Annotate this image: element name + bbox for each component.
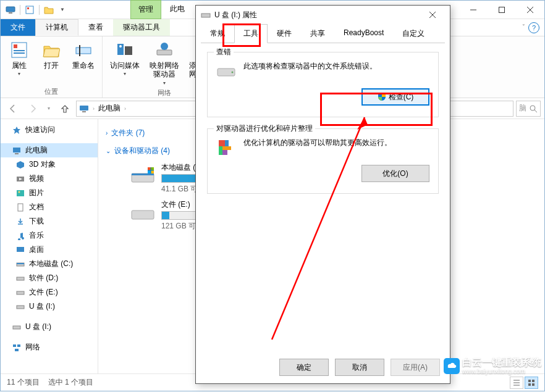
nav-usb-i-1[interactable]: U 盘 (I:) <box>1 299 98 314</box>
nav-pictures[interactable]: 图片 <box>1 186 98 200</box>
navigation-pane: 快速访问 此电脑 3D 对象 视频 图片 文档 下载 音乐 桌面 本地磁盘 (C… <box>1 119 98 373</box>
nav-recent-button[interactable]: ▾ <box>44 101 54 117</box>
optimize-group: 对驱动器进行优化和碎片整理 优化计算机的驱动器可以帮助其更高效运行。 优化(O) <box>207 128 439 194</box>
ok-label: 确定 <box>297 362 311 373</box>
nav-forward-button[interactable] <box>24 101 41 117</box>
dialog-close-button[interactable] <box>420 6 445 23</box>
svg-point-26 <box>530 106 535 111</box>
nav-network[interactable]: 网络 <box>1 340 98 354</box>
svg-rect-59 <box>201 14 210 17</box>
qat-properties-icon[interactable] <box>23 4 36 16</box>
tab-general[interactable]: 常规 <box>201 24 234 43</box>
watermark-logo-icon <box>444 358 460 374</box>
status-items: 11 个项目 <box>7 377 40 388</box>
svg-rect-48 <box>151 167 154 170</box>
properties-icon <box>9 40 29 60</box>
svg-rect-58 <box>532 383 534 386</box>
cancel-button[interactable]: 取消 <box>335 359 384 376</box>
picture-icon <box>15 188 25 198</box>
cube-icon <box>15 160 25 170</box>
tab-view[interactable]: 查看 <box>78 19 113 36</box>
nav-3d-objects[interactable]: 3D 对象 <box>1 157 98 172</box>
svg-rect-64 <box>219 140 225 146</box>
ribbon-open[interactable]: 打开 <box>38 39 65 86</box>
ribbon-map-drive[interactable]: 映射网络 驱动器 ▾ <box>147 39 182 87</box>
ribbon-expand-icon[interactable]: ˇ <box>523 24 525 31</box>
nav-usb-i-2[interactable]: U 盘 (I:) <box>1 320 98 334</box>
nav-local-c[interactable]: 本地磁盘 (C:) <box>1 257 98 271</box>
ribbon-properties-label: 属性 <box>12 61 27 70</box>
thispc-icon <box>4 4 17 16</box>
network-icon <box>12 343 22 352</box>
optimize-button-label: 优化(O) <box>382 169 408 179</box>
nav-documents[interactable]: 文档 <box>1 200 98 214</box>
qat-newfolder-icon[interactable] <box>43 4 55 16</box>
maximize-button[interactable] <box>488 1 516 19</box>
svg-rect-45 <box>132 173 154 175</box>
minimize-button[interactable] <box>459 1 488 19</box>
ribbon-rename[interactable]: 重命名 <box>70 39 97 86</box>
nav-downloads[interactable]: 下载 <box>1 214 98 228</box>
view-large-button[interactable] <box>525 377 538 389</box>
nav-videos-label: 视频 <box>29 173 44 184</box>
watermark: 白云一键重装系统 www.baiyunxitong.com <box>444 357 541 375</box>
nav-quick-access[interactable]: 快速访问 <box>1 123 98 137</box>
qat-dropdown-icon[interactable]: ▼ <box>56 4 69 16</box>
group-devices-label: 设备和驱动器 (4) <box>114 146 170 156</box>
svg-point-63 <box>232 72 234 73</box>
svg-rect-24 <box>80 106 88 111</box>
optimize-button[interactable]: 优化(O) <box>361 165 429 182</box>
view-details-button[interactable] <box>510 377 523 389</box>
svg-rect-15 <box>125 46 132 55</box>
svg-rect-42 <box>17 344 20 347</box>
document-icon <box>15 202 25 212</box>
help-icon[interactable]: ? <box>528 22 539 33</box>
search-box[interactable]: 脑 <box>516 101 541 117</box>
nav-desktop[interactable]: 桌面 <box>1 243 98 257</box>
ribbon-open-label: 打开 <box>44 61 59 70</box>
nav-music[interactable]: 音乐 <box>1 228 98 243</box>
tab-readyboost[interactable]: ReadyBoost <box>334 24 393 43</box>
check-button[interactable]: 检查(C) <box>361 88 429 106</box>
nav-music-label: 音乐 <box>29 230 44 241</box>
apply-button[interactable]: 应用(A) <box>391 359 440 376</box>
chevron-right-icon: › <box>106 130 108 136</box>
drive-c-icon <box>130 162 155 187</box>
tab-computer[interactable]: 计算机 <box>35 19 78 36</box>
close-button[interactable] <box>516 1 544 19</box>
tab-tools[interactable]: 工具 <box>234 24 268 43</box>
tab-custom[interactable]: 自定义 <box>393 24 434 43</box>
ribbon-access-media[interactable]: 访问媒体 ▾ <box>108 39 142 87</box>
svg-rect-12 <box>76 48 91 54</box>
nav-up-button[interactable] <box>56 101 74 117</box>
music-icon <box>15 231 25 241</box>
nav-this-pc[interactable]: 此电脑 <box>1 143 98 157</box>
nav-back-button[interactable] <box>4 101 22 117</box>
svg-rect-25 <box>82 111 86 112</box>
errcheck-text: 此选项将检查驱动器中的文件系统错误。 <box>243 61 429 72</box>
svg-rect-66 <box>219 146 222 155</box>
svg-rect-17 <box>157 50 172 55</box>
svg-rect-28 <box>13 148 20 152</box>
dialog-title: U 盘 (I:) 属性 <box>214 10 257 20</box>
tab-sharing[interactable]: 共享 <box>301 24 334 43</box>
desktop-icon <box>15 245 25 255</box>
tab-file[interactable]: 文件 <box>1 19 35 36</box>
svg-rect-56 <box>532 380 534 382</box>
rename-icon <box>74 40 93 60</box>
svg-rect-1 <box>9 12 12 14</box>
tab-hardware[interactable]: 硬件 <box>268 24 301 43</box>
nav-soft-d[interactable]: 软件 (D:) <box>1 271 98 285</box>
address-location: 此电脑 <box>98 103 120 114</box>
svg-line-27 <box>534 110 537 112</box>
shield-icon <box>378 93 386 101</box>
download-icon <box>15 217 25 227</box>
nav-pictures-label: 图片 <box>29 188 44 198</box>
svg-point-32 <box>19 191 20 193</box>
ok-button[interactable]: 确定 <box>279 359 329 376</box>
tab-drive-tools[interactable]: 驱动器工具 <box>113 19 170 36</box>
nav-file-e[interactable]: 文件 (E:) <box>1 285 98 299</box>
ribbon-properties[interactable]: 属性 ▾ <box>6 39 33 86</box>
nav-videos[interactable]: 视频 <box>1 172 98 186</box>
nav-localc-label: 本地磁盘 (C:) <box>29 259 73 269</box>
